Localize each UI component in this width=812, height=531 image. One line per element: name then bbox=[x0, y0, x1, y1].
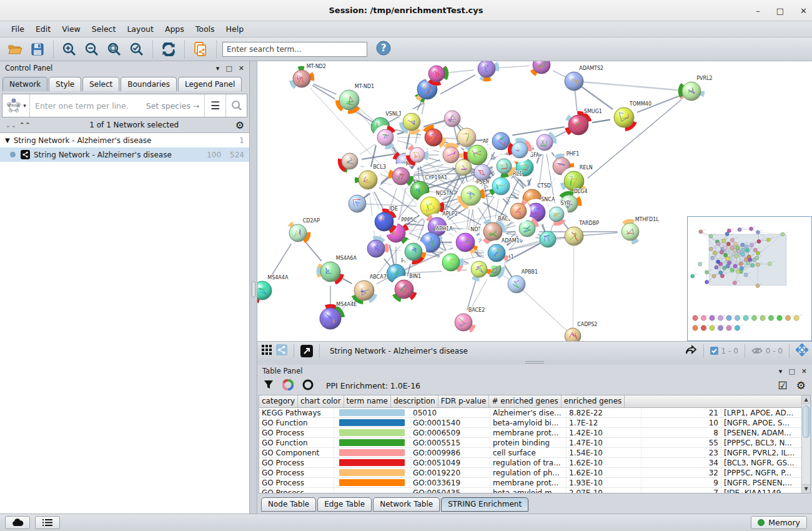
help-icon[interactable]: ? bbox=[376, 41, 391, 57]
zoom-selected-icon[interactable] bbox=[127, 40, 147, 59]
select-columns-icon[interactable]: ☑ bbox=[778, 379, 788, 392]
panel-float-icon[interactable]: □ bbox=[225, 64, 232, 72]
expand-all-icon[interactable]: ⌃⌃ bbox=[19, 121, 30, 129]
cloud-icon[interactable] bbox=[5, 516, 30, 529]
column-header[interactable]: term name bbox=[344, 395, 391, 407]
string-query-input[interactable]: Enter one term per line. Set species → bbox=[30, 101, 204, 111]
close-button[interactable]: ✕ bbox=[800, 6, 807, 16]
network-share-icon[interactable] bbox=[191, 40, 210, 59]
task-list-icon[interactable] bbox=[35, 516, 60, 529]
table-header-row: categorychart colorterm namedescriptionF… bbox=[259, 395, 810, 408]
collapse-triangle-icon[interactable]: ▼ bbox=[5, 137, 10, 144]
table-row[interactable]: GO Process GO:0006509 membrane prot... 1… bbox=[259, 428, 810, 438]
menu-item[interactable]: Apps bbox=[160, 22, 189, 36]
open-session-icon[interactable] bbox=[5, 40, 25, 59]
network-view-title: String Network - Alzheimer's disease bbox=[326, 347, 681, 355]
table-row[interactable]: GO Component GO:0009986 cell surface 1.5… bbox=[259, 448, 810, 458]
memory-button[interactable]: Memory bbox=[751, 516, 807, 529]
panel-close-icon[interactable]: ✕ bbox=[239, 64, 244, 72]
network-options-gear-icon[interactable]: ⚙ bbox=[235, 119, 244, 131]
menu-item[interactable]: Select bbox=[87, 22, 121, 36]
table-row[interactable]: KEGG Pathways 05010 Alzheimer's dise... … bbox=[259, 408, 810, 418]
zoom-in-icon[interactable] bbox=[59, 40, 79, 59]
table-settings-gear-icon[interactable]: ⚙ bbox=[796, 379, 806, 392]
table-row[interactable]: GO Function GO:0001540 beta-amyloid bi..… bbox=[259, 418, 810, 428]
column-header[interactable]: category bbox=[259, 395, 298, 407]
svg-text:CTSD: CTSD bbox=[537, 183, 551, 189]
zoom-fit-icon[interactable] bbox=[104, 40, 124, 59]
menu-bar: FileEditViewSelectLayoutAppsToolsHelp bbox=[0, 21, 812, 37]
control-panel-tab[interactable]: Style bbox=[49, 77, 81, 91]
export-network-icon[interactable] bbox=[685, 344, 697, 357]
grid-view-icon[interactable] bbox=[261, 344, 272, 357]
splitter-grip[interactable] bbox=[525, 361, 544, 364]
table-tab[interactable]: STRING Enrichment bbox=[441, 497, 528, 512]
svg-text:BCL3: BCL3 bbox=[373, 164, 385, 170]
table-scrollbar[interactable]: ▲ ▼ bbox=[801, 395, 810, 493]
column-header[interactable]: FDR p-value bbox=[438, 395, 490, 407]
table-row[interactable]: GO Function GO:0005515 protein binding 1… bbox=[259, 438, 810, 448]
open-external-icon[interactable] bbox=[300, 345, 313, 357]
svg-text:SYP: SYP bbox=[561, 201, 570, 206]
search-input[interactable] bbox=[222, 42, 367, 57]
menu-item[interactable]: File bbox=[6, 22, 29, 36]
toolbar-separator bbox=[184, 41, 185, 58]
string-search-icon[interactable] bbox=[225, 94, 247, 117]
ring-chart-icon[interactable] bbox=[302, 379, 314, 392]
table-tab[interactable]: Node Table bbox=[261, 497, 316, 512]
table-splitter[interactable] bbox=[257, 360, 812, 365]
hidden-eye-icon[interactable] bbox=[751, 347, 763, 355]
refresh-icon[interactable] bbox=[159, 40, 179, 59]
control-panel-tab[interactable]: Network bbox=[2, 77, 47, 91]
scroll-down-icon[interactable]: ▼ bbox=[802, 484, 810, 493]
panel-menu-icon[interactable]: ▾ bbox=[216, 64, 220, 72]
network-row[interactable]: String Network - Alzheimer's disease 100… bbox=[0, 147, 249, 162]
collapse-all-icon[interactable]: ⌄⌄ bbox=[5, 121, 16, 129]
menu-item[interactable]: View bbox=[57, 22, 86, 36]
menu-item[interactable]: Tools bbox=[191, 22, 220, 36]
network-overview[interactable] bbox=[687, 216, 812, 341]
menu-item[interactable]: Edit bbox=[31, 22, 56, 36]
table-tab[interactable]: Edge Table bbox=[317, 497, 372, 512]
chart-color-swatch bbox=[339, 489, 405, 494]
minimize-button[interactable]: – bbox=[756, 6, 760, 16]
column-header[interactable]: # enriched genes bbox=[489, 395, 561, 407]
column-header[interactable]: enriched genes bbox=[562, 395, 625, 407]
column-header[interactable]: description bbox=[391, 395, 438, 407]
svg-text:MT-ND1: MT-ND1 bbox=[355, 84, 374, 89]
table-tab[interactable]: Network Table bbox=[373, 497, 440, 512]
menu-item[interactable]: Layout bbox=[122, 22, 159, 36]
control-panel-tab[interactable]: Legend Panel bbox=[178, 77, 242, 91]
zoom-out-icon[interactable] bbox=[82, 40, 102, 59]
pan-navigate-icon[interactable] bbox=[796, 344, 808, 358]
menu-item[interactable]: Help bbox=[221, 22, 249, 36]
filter-icon[interactable] bbox=[264, 380, 274, 392]
pie-chart-icon[interactable] bbox=[282, 379, 294, 392]
splitter-grip[interactable] bbox=[252, 281, 255, 297]
table-row[interactable]: GO Process GO:0019220 regulation of ph..… bbox=[259, 468, 810, 478]
maximize-button[interactable]: □ bbox=[776, 6, 784, 16]
save-session-icon[interactable] bbox=[27, 40, 47, 59]
panel-splitter[interactable] bbox=[250, 61, 257, 514]
panel-menu-icon[interactable]: ▾ bbox=[779, 367, 783, 375]
control-panel-tab[interactable]: Select bbox=[82, 77, 119, 91]
panel-close-icon[interactable]: ✕ bbox=[801, 367, 807, 375]
network-collection-row[interactable]: ▼ String Network - Alzheimer's disease 1 bbox=[0, 133, 249, 147]
control-panel-tab[interactable]: Boundaries bbox=[121, 77, 177, 91]
table-row[interactable]: GO Process GO:0051049 regulation of tra.… bbox=[259, 458, 810, 468]
string-logo-icon[interactable]: STRING ▾ bbox=[2, 94, 30, 117]
network-canvas[interactable]: MT-ND2MT-ND1VSNL1GAB2ADAMTS2PVRL2TOMM40S… bbox=[257, 61, 812, 341]
panel-float-icon[interactable]: □ bbox=[788, 367, 795, 375]
set-species-label[interactable]: Set species → bbox=[146, 101, 200, 111]
string-options-icon[interactable]: ☰ bbox=[204, 94, 225, 117]
share-view-icon[interactable] bbox=[276, 344, 287, 357]
table-row[interactable]: GO Process GO:0033619 membrane prot... 1… bbox=[259, 478, 810, 488]
collection-name: String Network - Alzheimer's disease bbox=[14, 136, 231, 145]
table-panel-title: Table Panel bbox=[262, 367, 302, 375]
scrollbar-thumb[interactable] bbox=[803, 405, 810, 438]
toolbar-separator bbox=[53, 41, 54, 58]
table-row[interactable]: GO Process GO:0050435 beta-amyloid m... … bbox=[259, 488, 810, 494]
column-header[interactable]: chart color bbox=[298, 395, 344, 407]
scroll-up-icon[interactable]: ▲ bbox=[802, 395, 810, 404]
selected-checkbox-icon[interactable] bbox=[710, 347, 718, 355]
